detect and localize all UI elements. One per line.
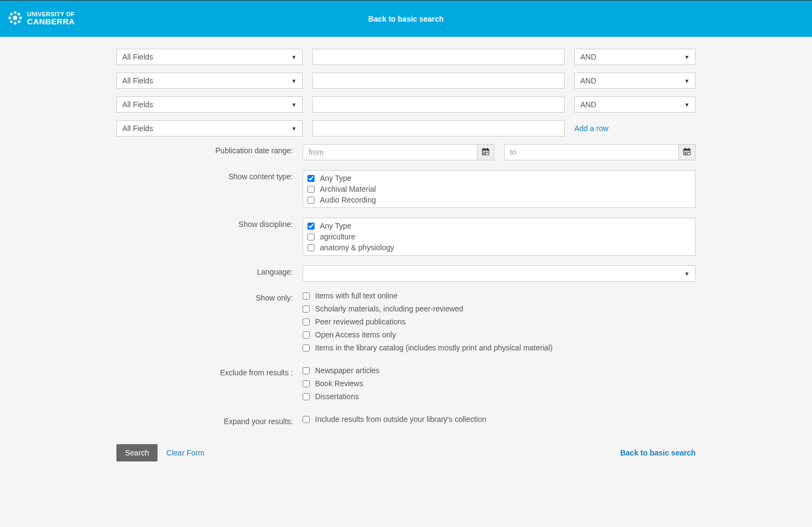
- search-row-2: All Fields ▼ AND ▼: [116, 73, 696, 89]
- operator-select-2[interactable]: AND ▼: [574, 73, 696, 89]
- show-only-item: Items with full text online: [303, 291, 696, 300]
- operator-select-2-value: AND: [580, 76, 597, 85]
- search-term-input-4[interactable]: [312, 120, 565, 136]
- exclude-label: Dissertations: [315, 392, 359, 401]
- svg-rect-20: [685, 148, 686, 149]
- show-only-row: Show only: Items with full text onlineSc…: [116, 291, 696, 356]
- exclude-item: Book Reviews: [303, 379, 696, 388]
- field-select-3[interactable]: All Fields ▼: [116, 96, 303, 113]
- clear-form-link[interactable]: Clear Form: [166, 448, 204, 457]
- show-only-item: Scholarly materials, including peer-revi…: [303, 304, 696, 313]
- content-type-checkbox[interactable]: [307, 175, 315, 182]
- content-type-label: Any Type: [320, 174, 351, 183]
- chevron-down-icon: ▼: [684, 78, 690, 84]
- search-term-input-3[interactable]: [312, 96, 565, 113]
- field-select-2-value: All Fields: [122, 76, 153, 85]
- show-only-checkbox[interactable]: [303, 292, 310, 300]
- logo[interactable]: UNIVERSITY OF CANBERRA: [8, 10, 75, 27]
- back-to-basic-link-top[interactable]: Back to basic search: [368, 15, 443, 23]
- field-select-2[interactable]: All Fields ▼: [116, 73, 303, 89]
- search-row-4: All Fields ▼ Add a row: [116, 120, 696, 136]
- exclude-label: Book Reviews: [315, 379, 363, 388]
- svg-rect-25: [685, 153, 686, 154]
- language-select[interactable]: ▼: [303, 265, 696, 282]
- expand-label: Expand your results:: [116, 415, 303, 428]
- exclude-list: Newspaper articlesBook ReviewsDissertati…: [303, 366, 696, 401]
- discipline-checkbox[interactable]: [307, 244, 315, 251]
- discipline-checkbox[interactable]: [307, 223, 315, 230]
- svg-point-7: [10, 21, 13, 23]
- add-row-link[interactable]: Add a row: [574, 124, 696, 133]
- svg-rect-16: [483, 153, 484, 154]
- exclude-item: Newspaper articles: [303, 366, 696, 375]
- discipline-row: Show discipline: Any Typeagricultureanat…: [116, 218, 696, 256]
- search-term-input-2[interactable]: [312, 73, 565, 89]
- operator-select-3[interactable]: AND ▼: [574, 96, 696, 113]
- search-row-3: All Fields ▼ AND ▼: [116, 96, 696, 113]
- back-to-basic-link-bottom[interactable]: Back to basic search: [620, 448, 696, 457]
- discipline-label: Show discipline:: [116, 218, 303, 256]
- show-only-label: Scholarly materials, including peer-revi…: [315, 304, 463, 313]
- exclude-checkbox[interactable]: [303, 393, 310, 400]
- svg-point-6: [18, 13, 21, 16]
- date-from-picker-button[interactable]: [477, 144, 494, 160]
- content-type-checkbox[interactable]: [307, 197, 315, 204]
- language-label: Language:: [116, 265, 303, 282]
- exclude-label: Newspaper articles: [315, 366, 379, 375]
- svg-rect-15: [487, 152, 488, 153]
- field-select-4-value: All Fields: [122, 124, 153, 133]
- field-select-3-value: All Fields: [122, 100, 153, 109]
- field-select-4[interactable]: All Fields ▼: [116, 120, 303, 136]
- show-only-label: Open Access items only: [315, 330, 396, 339]
- svg-rect-26: [686, 153, 687, 154]
- show-only-label: Peer reviewed publications: [315, 317, 405, 326]
- show-only-item: Peer reviewed publications: [303, 317, 696, 326]
- search-button[interactable]: Search: [116, 444, 158, 461]
- show-only-checkbox[interactable]: [303, 331, 310, 339]
- chevron-down-icon: ▼: [291, 126, 297, 132]
- show-only-label: Show only:: [116, 291, 303, 356]
- discipline-checkbox[interactable]: [307, 233, 315, 240]
- show-only-checkbox[interactable]: [303, 305, 310, 313]
- show-only-checkbox[interactable]: [303, 318, 310, 326]
- content-type-checkbox[interactable]: [307, 186, 315, 193]
- content-type-row: Show content type: Any TypeArchival Mate…: [116, 170, 696, 208]
- expand-item: Include results from outside your librar…: [303, 415, 696, 424]
- publication-date-row: Publication date range:: [116, 144, 696, 160]
- show-only-checkbox[interactable]: [303, 344, 310, 352]
- svg-point-4: [19, 17, 22, 19]
- discipline-item: anatomy & physiology: [307, 242, 691, 253]
- operator-select-1-value: AND: [580, 53, 597, 61]
- exclude-checkbox[interactable]: [303, 367, 310, 374]
- svg-rect-24: [688, 152, 689, 153]
- form-footer: Search Clear Form Back to basic search: [116, 444, 696, 461]
- content-type-label: Archival Material: [320, 185, 376, 193]
- chevron-down-icon: ▼: [684, 54, 690, 60]
- exclude-checkbox[interactable]: [303, 380, 310, 387]
- content-type-item: Audio Recording: [307, 194, 691, 205]
- expand-checkbox[interactable]: [303, 416, 310, 423]
- svg-point-3: [9, 17, 11, 19]
- field-select-1[interactable]: All Fields ▼: [116, 49, 303, 65]
- advanced-search-form: All Fields ▼ AND ▼ All Fields ▼ AND ▼ Al…: [116, 37, 696, 483]
- operator-select-1[interactable]: AND ▼: [574, 49, 696, 65]
- svg-rect-17: [485, 153, 486, 154]
- calendar-icon: [482, 148, 489, 157]
- content-type-listbox[interactable]: Any TypeArchival MaterialAudio Recording: [303, 170, 696, 208]
- operator-select-3-value: AND: [580, 100, 597, 109]
- search-term-input-1[interactable]: [312, 49, 565, 65]
- chevron-down-icon: ▼: [291, 102, 297, 108]
- show-only-item: Open Access items only: [303, 330, 696, 339]
- expand-row: Expand your results: Include results fro…: [116, 415, 696, 428]
- svg-point-5: [10, 13, 13, 16]
- svg-rect-13: [483, 152, 484, 153]
- svg-rect-11: [483, 148, 484, 149]
- date-to-picker-button[interactable]: [678, 144, 696, 160]
- svg-point-1: [14, 11, 17, 14]
- expand-list: Include results from outside your librar…: [303, 415, 696, 424]
- chevron-down-icon: ▼: [684, 271, 690, 277]
- svg-rect-14: [485, 152, 486, 153]
- date-from-input[interactable]: [303, 144, 477, 160]
- date-to-input[interactable]: [504, 144, 678, 160]
- discipline-listbox[interactable]: Any Typeagricultureanatomy & physiology: [303, 218, 696, 256]
